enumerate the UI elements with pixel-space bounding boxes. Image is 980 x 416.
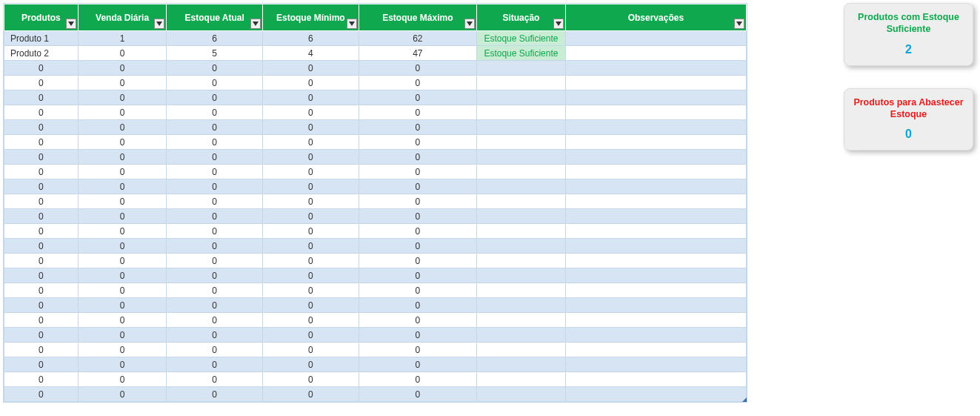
cell-estoque-atual[interactable]: 0 <box>167 90 263 105</box>
cell-observacoes[interactable] <box>565 194 746 209</box>
cell-estoque-minimo[interactable]: 0 <box>263 372 359 387</box>
cell-estoque-minimo[interactable]: 0 <box>263 254 359 268</box>
cell-produto[interactable]: 0 <box>4 150 79 165</box>
cell-estoque-atual[interactable]: 0 <box>167 283 263 298</box>
header-venda-diaria[interactable]: Venda Diária <box>78 4 167 31</box>
cell-observacoes[interactable] <box>565 298 746 313</box>
table-row[interactable]: 00000 <box>4 165 747 179</box>
filter-dropdown-icon[interactable] <box>66 19 76 29</box>
table-row[interactable]: 00000 <box>4 254 747 268</box>
cell-observacoes[interactable] <box>565 165 746 179</box>
cell-estoque-minimo[interactable]: 0 <box>263 239 359 254</box>
cell-produto[interactable]: 0 <box>4 298 79 313</box>
filter-dropdown-icon[interactable] <box>734 19 744 29</box>
table-row[interactable]: 00000 <box>4 179 747 194</box>
cell-situacao[interactable] <box>477 179 566 194</box>
header-estoque-minimo[interactable]: Estoque Mínimo <box>263 4 359 31</box>
cell-estoque-maximo[interactable]: 62 <box>359 31 476 46</box>
cell-produto[interactable]: 0 <box>4 105 79 120</box>
cell-produto[interactable]: 0 <box>4 372 79 387</box>
cell-observacoes[interactable] <box>565 357 746 372</box>
cell-observacoes[interactable] <box>565 313 746 328</box>
cell-estoque-maximo[interactable]: 0 <box>359 90 476 105</box>
cell-estoque-atual[interactable]: 0 <box>167 150 263 165</box>
cell-situacao[interactable] <box>477 209 566 224</box>
cell-observacoes[interactable] <box>565 328 746 343</box>
cell-estoque-maximo[interactable]: 0 <box>359 135 476 150</box>
cell-situacao[interactable] <box>477 372 566 387</box>
cell-estoque-minimo[interactable]: 0 <box>263 357 359 372</box>
cell-venda-diaria[interactable]: 0 <box>78 357 167 372</box>
cell-estoque-minimo[interactable]: 0 <box>263 343 359 357</box>
cell-produto[interactable]: 0 <box>4 254 79 268</box>
cell-estoque-minimo[interactable]: 4 <box>263 46 359 61</box>
cell-situacao[interactable] <box>477 328 566 343</box>
cell-venda-diaria[interactable]: 0 <box>78 224 167 239</box>
cell-estoque-atual[interactable]: 0 <box>167 135 263 150</box>
cell-venda-diaria[interactable]: 0 <box>78 254 167 268</box>
cell-venda-diaria[interactable]: 0 <box>78 268 167 283</box>
cell-estoque-minimo[interactable]: 0 <box>263 313 359 328</box>
cell-observacoes[interactable] <box>565 239 746 254</box>
table-row[interactable]: 00000 <box>4 76 747 90</box>
cell-estoque-atual[interactable]: 0 <box>167 343 263 357</box>
table-row[interactable]: 00000 <box>4 387 747 402</box>
cell-estoque-minimo[interactable]: 0 <box>263 76 359 90</box>
cell-venda-diaria[interactable]: 0 <box>78 283 167 298</box>
cell-estoque-atual[interactable]: 0 <box>167 357 263 372</box>
cell-estoque-maximo[interactable]: 0 <box>359 165 476 179</box>
cell-venda-diaria[interactable]: 0 <box>78 194 167 209</box>
table-row[interactable]: 00000 <box>4 298 747 313</box>
cell-venda-diaria[interactable]: 0 <box>78 313 167 328</box>
table-row[interactable]: 00000 <box>4 343 747 357</box>
cell-estoque-minimo[interactable]: 0 <box>263 120 359 135</box>
cell-estoque-minimo[interactable]: 0 <box>263 150 359 165</box>
cell-estoque-atual[interactable]: 0 <box>167 165 263 179</box>
cell-estoque-atual[interactable]: 0 <box>167 209 263 224</box>
cell-venda-diaria[interactable]: 0 <box>78 328 167 343</box>
cell-produto[interactable]: 0 <box>4 328 79 343</box>
cell-produto[interactable]: 0 <box>4 120 79 135</box>
cell-estoque-minimo[interactable]: 0 <box>263 298 359 313</box>
cell-situacao[interactable] <box>477 313 566 328</box>
cell-observacoes[interactable] <box>565 105 746 120</box>
cell-observacoes[interactable] <box>565 76 746 90</box>
table-row[interactable]: 00000 <box>4 90 747 105</box>
cell-observacoes[interactable] <box>565 46 746 61</box>
cell-estoque-minimo[interactable]: 0 <box>263 194 359 209</box>
table-row[interactable]: 00000 <box>4 150 747 165</box>
cell-observacoes[interactable] <box>565 283 746 298</box>
cell-venda-diaria[interactable]: 0 <box>78 343 167 357</box>
cell-produto[interactable]: 0 <box>4 165 79 179</box>
cell-venda-diaria[interactable]: 0 <box>78 372 167 387</box>
cell-estoque-atual[interactable]: 0 <box>167 254 263 268</box>
cell-venda-diaria[interactable]: 0 <box>78 387 167 402</box>
cell-estoque-minimo[interactable]: 6 <box>263 31 359 46</box>
cell-estoque-maximo[interactable]: 0 <box>359 76 476 90</box>
cell-venda-diaria[interactable]: 1 <box>78 31 167 46</box>
cell-estoque-maximo[interactable]: 0 <box>359 357 476 372</box>
cell-venda-diaria[interactable]: 0 <box>78 61 167 76</box>
cell-estoque-minimo[interactable]: 0 <box>263 283 359 298</box>
table-row[interactable]: 00000 <box>4 357 747 372</box>
cell-estoque-maximo[interactable]: 0 <box>359 150 476 165</box>
table-row[interactable]: 00000 <box>4 105 747 120</box>
table-row[interactable]: 00000 <box>4 372 747 387</box>
cell-estoque-atual[interactable]: 0 <box>167 61 263 76</box>
cell-venda-diaria[interactable]: 0 <box>78 165 167 179</box>
cell-venda-diaria[interactable]: 0 <box>78 135 167 150</box>
cell-situacao[interactable] <box>477 135 566 150</box>
cell-estoque-atual[interactable]: 0 <box>167 387 263 402</box>
cell-situacao[interactable] <box>477 120 566 135</box>
cell-venda-diaria[interactable]: 0 <box>78 239 167 254</box>
cell-observacoes[interactable] <box>565 343 746 357</box>
cell-observacoes[interactable] <box>565 150 746 165</box>
cell-situacao[interactable] <box>477 150 566 165</box>
cell-observacoes[interactable] <box>565 179 746 194</box>
cell-produto[interactable]: 0 <box>4 194 79 209</box>
header-situacao[interactable]: Situação <box>477 4 566 31</box>
cell-produto[interactable]: 0 <box>4 224 79 239</box>
cell-situacao[interactable] <box>477 76 566 90</box>
cell-produto[interactable]: 0 <box>4 283 79 298</box>
cell-produto[interactable]: 0 <box>4 135 79 150</box>
